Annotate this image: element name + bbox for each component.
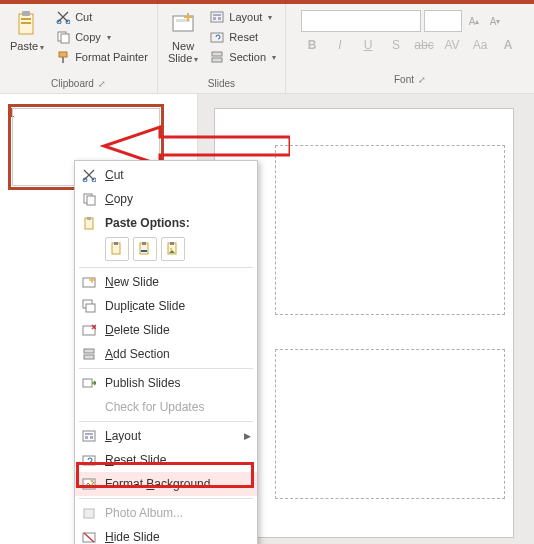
- paste-icon: [13, 10, 41, 38]
- svg-rect-3: [21, 22, 31, 24]
- copy-label: Copy: [75, 31, 101, 43]
- svg-rect-1: [22, 11, 30, 16]
- group-clipboard: Paste▾ Cut Copy▾ Format Painter Clipboar…: [0, 4, 158, 93]
- hide-slide-icon: [79, 527, 99, 544]
- reset-icon: [79, 450, 99, 470]
- check-updates-label: Check for Updates: [105, 400, 251, 414]
- section-icon: [209, 49, 225, 65]
- submenu-arrow-icon: ▶: [244, 431, 251, 441]
- svg-rect-15: [218, 17, 221, 20]
- copy-icon: [79, 189, 99, 209]
- font-size-combo[interactable]: [424, 10, 462, 32]
- paste-option-keep-source[interactable]: [133, 237, 157, 261]
- menu-delete-slide[interactable]: Delete Slide: [75, 318, 257, 342]
- shadow-button[interactable]: S: [385, 38, 407, 52]
- svg-rect-38: [84, 355, 94, 359]
- delete-icon: [79, 320, 99, 340]
- duplicate-icon: [79, 296, 99, 316]
- paste-options-label: Paste Options:: [105, 216, 251, 230]
- change-case-button[interactable]: Aa: [469, 38, 491, 52]
- layout-icon: [209, 9, 225, 25]
- menu-paste-options: Paste Options:: [75, 211, 257, 235]
- menu-format-background[interactable]: Format Background...: [75, 472, 257, 496]
- svg-rect-31: [170, 242, 174, 245]
- new-slide-icon: [169, 10, 197, 38]
- menu-duplicate-slide[interactable]: Duplicate Slide: [75, 294, 257, 318]
- brush-icon: [55, 49, 71, 65]
- title-placeholder[interactable]: [275, 145, 505, 315]
- slides-group-label: Slides: [208, 78, 235, 89]
- svg-rect-29: [141, 250, 147, 252]
- scissors-icon: [79, 165, 99, 185]
- menu-cut[interactable]: Cut: [75, 163, 257, 187]
- slide-editor[interactable]: [214, 108, 514, 538]
- copy-button[interactable]: Copy▾: [52, 28, 151, 46]
- bold-button[interactable]: B: [301, 38, 323, 52]
- reset-label: Reset: [229, 31, 258, 43]
- svg-rect-18: [212, 58, 222, 62]
- paste-icon: [79, 213, 99, 233]
- menu-publish-slides[interactable]: Publish Slides: [75, 371, 257, 395]
- photo-album-label: Photo Album...: [105, 506, 251, 520]
- subtitle-placeholder[interactable]: [275, 349, 505, 499]
- reset-button[interactable]: Reset: [206, 28, 279, 46]
- svg-rect-41: [85, 433, 93, 435]
- publish-label: Publish Slides: [105, 376, 251, 390]
- svg-rect-2: [21, 18, 31, 20]
- paste-button[interactable]: Paste▾: [6, 8, 48, 55]
- menu-photo-album: Photo Album...: [75, 501, 257, 525]
- svg-rect-26: [114, 242, 118, 245]
- group-slides: New Slide▾ Layout▾ Reset Section▾ Slides: [158, 4, 286, 93]
- clipboard-group-label: Clipboard: [51, 78, 94, 89]
- paste-option-theme[interactable]: [105, 237, 129, 261]
- menu-check-updates: Check for Updates: [75, 395, 257, 419]
- context-menu: Cut Copy Paste Options: New Slide Duplic…: [74, 160, 258, 544]
- font-color-button[interactable]: A: [497, 38, 519, 52]
- paste-option-picture[interactable]: [161, 237, 185, 261]
- italic-button[interactable]: I: [329, 38, 351, 52]
- section-icon: [79, 344, 99, 364]
- svg-rect-8: [59, 52, 67, 57]
- decrease-font-button[interactable]: A▾: [486, 10, 504, 32]
- increase-font-button[interactable]: A▴: [465, 10, 483, 32]
- svg-rect-24: [87, 217, 91, 220]
- dialog-launcher-icon[interactable]: ⤢: [418, 75, 426, 85]
- underline-button[interactable]: U: [357, 38, 379, 52]
- copy-icon: [55, 29, 71, 45]
- section-label: Section: [229, 51, 266, 63]
- new-slide-button[interactable]: New Slide▾: [164, 8, 202, 67]
- svg-rect-47: [84, 509, 94, 518]
- font-group-label: Font: [394, 74, 414, 85]
- svg-rect-10: [173, 16, 193, 31]
- dialog-launcher-icon[interactable]: ⤢: [98, 79, 106, 89]
- ribbon: Paste▾ Cut Copy▾ Format Painter Clipboar…: [0, 4, 534, 94]
- menu-copy[interactable]: Copy: [75, 187, 257, 211]
- layout-button[interactable]: Layout▾: [206, 8, 279, 26]
- group-font: A▴ A▾ B I U S abc AV Aa A Font⤢: [286, 4, 534, 93]
- svg-rect-44: [83, 456, 95, 465]
- format-painter-button[interactable]: Format Painter: [52, 48, 151, 66]
- menu-add-section[interactable]: Add Section: [75, 342, 257, 366]
- layout-label: Layout: [229, 11, 262, 23]
- menu-reset-slide[interactable]: Reset Slide: [75, 448, 257, 472]
- font-family-combo[interactable]: [301, 10, 421, 32]
- svg-rect-17: [212, 52, 222, 56]
- menu-hide-slide[interactable]: Hide Slide: [75, 525, 257, 544]
- svg-rect-13: [213, 14, 221, 16]
- menu-layout[interactable]: Layout ▶: [75, 424, 257, 448]
- svg-rect-43: [90, 436, 93, 439]
- strike-button[interactable]: abc: [413, 38, 435, 52]
- svg-rect-28: [142, 242, 146, 245]
- section-button[interactable]: Section▾: [206, 48, 279, 66]
- char-spacing-button[interactable]: AV: [441, 38, 463, 52]
- format-background-icon: [79, 474, 99, 494]
- cut-button[interactable]: Cut: [52, 8, 151, 26]
- cut-label: Cut: [75, 11, 92, 23]
- svg-rect-37: [84, 349, 94, 353]
- svg-rect-7: [61, 34, 69, 43]
- scissors-icon: [55, 9, 71, 25]
- menu-new-slide[interactable]: New Slide: [75, 270, 257, 294]
- svg-point-32: [170, 248, 172, 250]
- new-slide-icon: [79, 272, 99, 292]
- svg-rect-9: [62, 57, 64, 63]
